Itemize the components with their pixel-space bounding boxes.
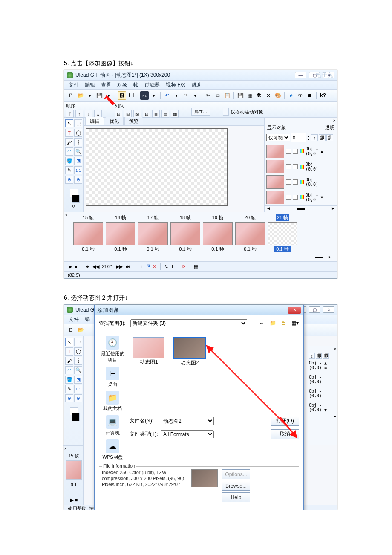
menu-edit[interactable]: 编辑: [82, 81, 98, 90]
next-icon[interactable]: ▶▶: [116, 264, 123, 269]
tab-optimize[interactable]: 优化: [105, 117, 124, 125]
align-7-icon[interactable]: ▦: [171, 110, 179, 118]
palette-icon[interactable]: 🎨: [274, 91, 282, 100]
picker-tool-icon[interactable]: ✎: [65, 166, 73, 174]
eraser-tool-icon[interactable]: ◠: [65, 366, 73, 374]
menu-file[interactable]: 文件: [66, 81, 81, 90]
new-icon[interactable]: 🗋: [67, 326, 75, 334]
save-icon[interactable]: 💾: [95, 91, 104, 100]
save-frame-icon[interactable]: 💾: [236, 91, 245, 100]
menu-frame[interactable]: 帧: [131, 81, 141, 90]
text-tool-icon[interactable]: T: [65, 347, 73, 356]
cancel-button[interactable]: 取消: [271, 429, 299, 439]
frame-17:帧[interactable]: 17:帧0.1 秒: [138, 214, 168, 252]
menu-object[interactable]: 对象: [115, 81, 130, 90]
11-tool-icon[interactable]: 1:1: [74, 166, 82, 174]
ps-dropdown-icon[interactable]: ▾: [150, 91, 158, 100]
dialog-close-icon[interactable]: ✕: [288, 307, 301, 314]
zoomout-tool-icon[interactable]: ⊖: [74, 176, 82, 184]
menu-edit[interactable]: 编: [82, 315, 92, 324]
obj-thumb[interactable]: [266, 191, 284, 204]
bg-color[interactable]: [72, 195, 80, 203]
order-up-icon[interactable]: ↑: [75, 110, 83, 118]
align-5-icon[interactable]: ▥: [152, 110, 160, 118]
grid-icon[interactable]: ▦: [194, 264, 198, 269]
minimize-button[interactable]: —: [295, 72, 306, 78]
freehand-tool-icon[interactable]: ⟆: [74, 357, 82, 365]
frame-18:帧[interactable]: 18:帧0.1 秒: [170, 214, 201, 252]
place-计算机[interactable]: 💻: [106, 415, 119, 429]
addframe-icon[interactable]: 🗋: [138, 264, 143, 269]
loop-icon[interactable]: ⟳: [182, 264, 186, 269]
pointer-tool-icon[interactable]: ↖: [65, 338, 73, 346]
pointer-tool-icon[interactable]: ↖: [65, 119, 73, 127]
add-video-icon[interactable]: 🎞: [127, 91, 135, 100]
frame-15:帧[interactable]: 15:帧0.1 秒: [73, 214, 104, 252]
marquee-tool-icon[interactable]: ⬚: [74, 119, 82, 127]
options-button[interactable]: Options...: [222, 469, 250, 479]
undo-dropdown-icon[interactable]: ▾: [172, 91, 181, 100]
menu-view[interactable]: 查看: [98, 81, 114, 90]
preview-icon[interactable]: 👁: [296, 91, 305, 100]
menu-videofx[interactable]: 视频 F/X: [163, 81, 188, 90]
transparency-input[interactable]: [291, 133, 306, 142]
menu-filter[interactable]: 过滤器: [142, 81, 162, 90]
11-tool-icon[interactable]: 1:1: [74, 385, 82, 393]
visible-select[interactable]: 仅可视的: [266, 134, 290, 141]
menu-help[interactable]: 帮助: [189, 81, 204, 90]
view-mode-icon[interactable]: ▦▾: [291, 319, 299, 327]
picker-tool-icon[interactable]: ✎: [65, 385, 73, 393]
stop-icon[interactable]: ■: [75, 497, 78, 503]
magnify-tool-icon[interactable]: 🔍: [74, 147, 82, 156]
ie-icon[interactable]: ℯ: [287, 91, 295, 100]
up-folder-icon[interactable]: 📁: [268, 319, 277, 327]
copy-icon[interactable]: ⧉: [213, 91, 222, 100]
obj-thumb[interactable]: [266, 160, 284, 173]
record-icon[interactable]: ⏺: [306, 91, 314, 100]
open-icon[interactable]: 📂: [76, 326, 85, 334]
delframe-icon[interactable]: ✕: [153, 264, 156, 269]
first-icon[interactable]: ⏮: [85, 264, 90, 269]
brush-tool-icon[interactable]: 🖌: [65, 357, 73, 365]
zoomout-tool-icon[interactable]: ⊖: [74, 394, 82, 402]
filetype-select[interactable]: All Formats: [161, 430, 214, 438]
tab-edit[interactable]: 编辑: [85, 117, 104, 125]
thumb-1[interactable]: 动态图1: [132, 337, 166, 384]
last-icon[interactable]: ⏭: [125, 264, 130, 269]
only-move-checkbox[interactable]: [223, 108, 229, 116]
menu-file[interactable]: 文件: [66, 315, 81, 324]
obj-thumb[interactable]: [266, 145, 284, 158]
magnify-tool-icon[interactable]: 🔍: [74, 366, 82, 374]
play-icon[interactable]: ▶: [69, 264, 72, 269]
frames-close-icon[interactable]: ×: [65, 213, 67, 217]
frame-19:帧[interactable]: 19:帧0.1 秒: [202, 214, 233, 252]
frame-20:帧[interactable]: 20:帧0.1 秒: [235, 214, 265, 252]
marquee-tool-icon[interactable]: ⬚: [74, 338, 82, 346]
bucket-tool-icon[interactable]: 🪣: [65, 157, 73, 165]
order-top-icon[interactable]: ⤒: [66, 110, 74, 118]
filename-select[interactable]: 动态图2: [161, 417, 214, 425]
bg-color[interactable]: [72, 413, 80, 421]
maximize-button[interactable]: ▢: [309, 306, 320, 313]
panel-btn2-icon[interactable]: 🗐: [319, 134, 326, 141]
redo-icon[interactable]: ↷: [182, 91, 190, 100]
canvas[interactable]: [86, 128, 228, 206]
open-icon[interactable]: 📂: [76, 91, 85, 100]
stop-icon[interactable]: ■: [75, 264, 78, 269]
freehand-tool-icon[interactable]: ⟆: [74, 138, 82, 146]
browse-button[interactable]: Browse...: [222, 481, 250, 491]
dupframe-icon[interactable]: 🗗: [145, 264, 150, 269]
tween-icon[interactable]: ↯: [164, 264, 168, 269]
del-icon[interactable]: ✕: [264, 91, 273, 100]
add-image-icon[interactable]: 🖼: [118, 91, 126, 100]
place-WPS网盘[interactable]: ☁: [106, 439, 119, 453]
crop-tool-icon[interactable]: ⬔: [74, 157, 82, 165]
prev-icon[interactable]: ◀◀: [92, 264, 99, 269]
circle-tool-icon[interactable]: ◯: [74, 129, 82, 137]
swap-color-icon[interactable]: ↺: [72, 204, 75, 208]
zoomin-tool-icon[interactable]: ⊕: [65, 394, 73, 402]
thumb-2[interactable]: 动态图2: [173, 337, 207, 384]
zoomin-tool-icon[interactable]: ⊕: [65, 176, 73, 184]
help-button[interactable]: Help: [222, 492, 250, 502]
play-icon[interactable]: ▶: [70, 497, 74, 503]
